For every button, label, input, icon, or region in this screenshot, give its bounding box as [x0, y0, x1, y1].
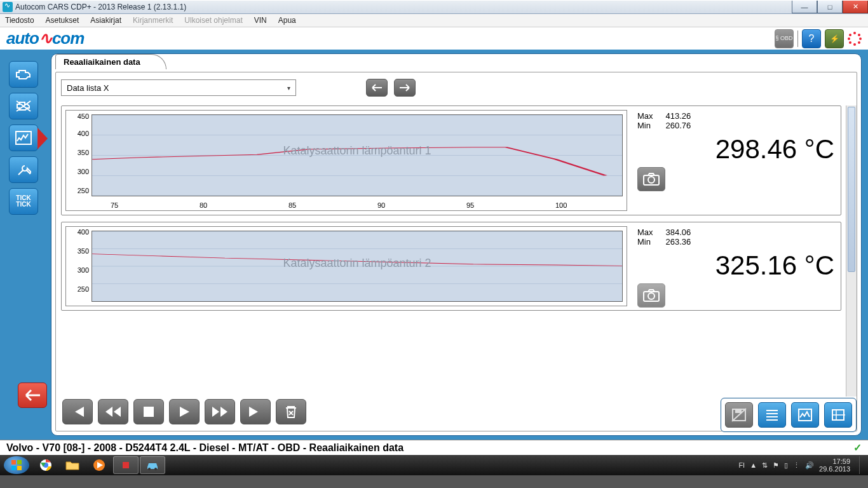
- tools-button[interactable]: [9, 156, 38, 183]
- battery-button[interactable]: ⚡: [825, 29, 844, 48]
- plot-area-2[interactable]: Katalysaattorin lämpöanturi 2: [92, 231, 623, 302]
- menu-asiakirjat[interactable]: Asiakirjat: [90, 16, 121, 25]
- tab-realtime-data[interactable]: Reaaliaikainen data: [55, 54, 166, 69]
- x-tick: 80: [200, 201, 207, 209]
- controls-row: Data lista X ▾: [61, 79, 851, 97]
- min-value: 260.76: [666, 121, 704, 130]
- menu-ulkoiset[interactable]: Ulkoiset ohjelmat: [184, 16, 242, 25]
- tick-button[interactable]: TICK TICK: [9, 188, 38, 215]
- battery-icon: ⚡: [830, 34, 839, 43]
- folder-icon: [65, 459, 79, 471]
- back-button[interactable]: [18, 383, 47, 408]
- tray-flag-icon[interactable]: ▲: [750, 461, 757, 469]
- fullscreen-button[interactable]: [824, 402, 852, 428]
- tray-time: 17:59: [819, 458, 850, 465]
- svg-rect-0: [16, 132, 31, 144]
- save-disabled-button[interactable]: [725, 402, 753, 428]
- window-maximize-button[interactable]: □: [817, 1, 843, 13]
- svg-rect-20: [11, 460, 16, 464]
- data-list-combo[interactable]: Data lista X ▾: [61, 79, 296, 96]
- snapshot-button-1[interactable]: [637, 167, 665, 191]
- y-tick: 350: [67, 149, 89, 156]
- tray-clock[interactable]: 17:59 29.6.2013: [819, 458, 850, 473]
- svg-rect-23: [17, 466, 22, 470]
- max-label: Max: [637, 227, 666, 237]
- status-bar: Volvo - V70 [08-] - 2008 - D5244T4 2.4L …: [0, 440, 868, 455]
- engine-icon: [15, 68, 32, 81]
- player-forward-button[interactable]: [205, 399, 235, 424]
- graph-scroll-area: 450 400 350 300 250 75 80 85 90 95 100: [61, 105, 857, 396]
- menu-kirjanmerkit[interactable]: Kirjanmerkit: [133, 16, 173, 25]
- y-tick: 300: [67, 266, 89, 274]
- tick-label: TICK TICK: [16, 195, 31, 208]
- start-button[interactable]: [4, 456, 29, 474]
- stop-icon: [143, 406, 154, 417]
- tray-date: 29.6.2013: [819, 465, 850, 473]
- tray-action-icon[interactable]: ⚑: [773, 461, 779, 470]
- x-tick: 75: [111, 201, 118, 209]
- nav-prev-button[interactable]: [366, 79, 388, 97]
- scroll-thumb[interactable]: [848, 107, 855, 272]
- arrow-left-icon: [370, 83, 383, 92]
- player-last-button[interactable]: [240, 399, 271, 424]
- task-mediaplayer[interactable]: [86, 456, 112, 474]
- obd-button[interactable]: § OBD: [775, 29, 794, 48]
- svg-point-27: [148, 468, 151, 470]
- tray-volume-icon[interactable]: 🔊: [805, 461, 814, 470]
- left-tool-column: TICK TICK: [0, 50, 51, 440]
- menu-vin[interactable]: VIN: [254, 16, 267, 25]
- app-body: TICK TICK Reaaliaikainen data Data lista…: [0, 50, 868, 440]
- chrome-icon: [39, 459, 52, 471]
- tray-network-icon[interactable]: ⇅: [762, 461, 768, 470]
- show-desktop-button[interactable]: [859, 456, 864, 474]
- play-icon: [179, 406, 190, 417]
- menu-asetukset[interactable]: Asetukset: [46, 16, 79, 25]
- snapshot-button-2[interactable]: [637, 283, 665, 308]
- realtime-data-button[interactable]: [9, 125, 38, 151]
- disable-button[interactable]: [9, 93, 38, 119]
- system-tray: FI ▲ ⇅ ⚑ ▯ ⋮ 🔊 17:59 29.6.2013: [738, 456, 864, 474]
- player-play-button[interactable]: [169, 399, 200, 424]
- player-first-button[interactable]: [62, 399, 93, 424]
- min-label: Min: [637, 121, 666, 130]
- chevron-down-icon: ▾: [287, 85, 290, 92]
- player-rewind-button[interactable]: [98, 399, 128, 424]
- player-stop-button[interactable]: [133, 399, 164, 424]
- y-tick: 350: [67, 247, 89, 255]
- nav-next-button[interactable]: [394, 79, 416, 97]
- combo-value: Data lista X: [67, 83, 109, 93]
- menu-apua[interactable]: Apua: [278, 16, 296, 25]
- help-button[interactable]: ?: [802, 29, 821, 48]
- window-minimize-button[interactable]: —: [792, 1, 817, 13]
- y-tick: 250: [67, 187, 89, 194]
- car-icon: [146, 460, 159, 470]
- y-tick: 450: [67, 112, 89, 120]
- readout-1: Max413.26 Min260.76 298.46 °C: [631, 106, 841, 215]
- plot-2: 400 350 300 250 Katalysaattorin lämpöant…: [65, 226, 627, 306]
- task-autocom[interactable]: [140, 456, 165, 474]
- graph-view-button[interactable]: [791, 402, 819, 428]
- svg-point-28: [154, 468, 157, 470]
- player-trash-button[interactable]: [276, 399, 306, 424]
- y-tick: 300: [67, 168, 89, 175]
- list-view-button[interactable]: [758, 402, 786, 428]
- windows-taskbar: FI ▲ ⇅ ⚑ ▯ ⋮ 🔊 17:59 29.6.2013: [0, 455, 868, 475]
- plot-area-1[interactable]: Katalysaattorin lämpöanturi 1: [92, 114, 623, 196]
- vertical-scrollbar[interactable]: [846, 105, 857, 396]
- window-close-button[interactable]: ✕: [843, 1, 868, 13]
- task-chrome[interactable]: [33, 456, 58, 474]
- plot-1: 450 400 350 300 250 75 80 85 90 95 100: [65, 110, 627, 211]
- brand-logo: auto∿com: [6, 29, 84, 48]
- graph-icon: [15, 131, 32, 145]
- task-app-1[interactable]: [113, 456, 139, 474]
- status-ok-icon: ✓: [853, 442, 862, 454]
- engine-tool-button[interactable]: [9, 61, 38, 88]
- task-explorer[interactable]: [60, 456, 85, 474]
- menu-tiedosto[interactable]: Tiedosto: [5, 16, 34, 25]
- max-label: Max: [637, 111, 666, 121]
- x-tick: 90: [377, 201, 385, 209]
- tray-language[interactable]: FI: [738, 461, 745, 469]
- tray-wifi-icon[interactable]: ⋮: [793, 461, 800, 470]
- brand-part2: com: [52, 29, 84, 48]
- tray-battery-icon[interactable]: ▯: [784, 461, 788, 470]
